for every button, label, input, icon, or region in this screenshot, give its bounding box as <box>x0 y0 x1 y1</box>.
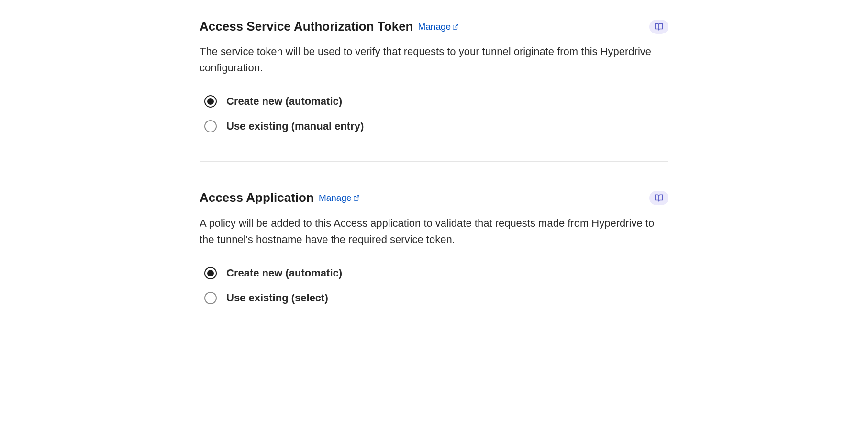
book-icon <box>655 194 663 202</box>
svg-line-0 <box>455 24 458 27</box>
radio-token-create[interactable]: Create new (automatic) <box>204 95 668 108</box>
section-description-token: The service token will be used to verify… <box>200 44 659 76</box>
book-icon <box>655 22 663 31</box>
section-title-application: Access Application <box>200 190 314 205</box>
docs-button-application[interactable] <box>649 191 668 205</box>
section-access-application: Access Application Manage A policy will <box>200 190 668 332</box>
radio-group-application: Create new (automatic) Use existing (sel… <box>200 267 668 304</box>
radio-label: Create new (automatic) <box>226 95 342 108</box>
section-header-token: Access Service Authorization Token Manag… <box>200 19 668 34</box>
section-description-application: A policy will be added to this Access ap… <box>200 215 659 248</box>
radio-dot-icon <box>207 270 214 276</box>
radio-indicator <box>204 95 217 108</box>
radio-application-create[interactable]: Create new (automatic) <box>204 267 668 279</box>
radio-application-existing[interactable]: Use existing (select) <box>204 292 668 304</box>
section-title-token: Access Service Authorization Token <box>200 19 413 34</box>
radio-token-existing[interactable]: Use existing (manual entry) <box>204 120 668 132</box>
radio-indicator <box>204 267 217 279</box>
header-left-application: Access Application Manage <box>200 190 360 205</box>
radio-indicator <box>204 292 217 304</box>
docs-button-token[interactable] <box>649 20 668 34</box>
external-link-icon <box>452 23 459 30</box>
section-divider <box>200 161 668 162</box>
settings-container: Access Service Authorization Token Manag… <box>190 19 678 333</box>
radio-dot-icon <box>207 98 214 105</box>
manage-link-token[interactable]: Manage <box>418 22 459 32</box>
header-left-token: Access Service Authorization Token Manag… <box>200 19 459 34</box>
radio-label: Create new (automatic) <box>226 267 342 279</box>
manage-link-application[interactable]: Manage <box>319 193 360 203</box>
manage-link-label: Manage <box>418 22 451 32</box>
radio-label: Use existing (manual entry) <box>226 120 364 132</box>
manage-link-label: Manage <box>319 193 352 203</box>
section-access-token: Access Service Authorization Token Manag… <box>200 19 668 161</box>
radio-group-token: Create new (automatic) Use existing (man… <box>200 95 668 132</box>
external-link-icon <box>353 195 360 201</box>
svg-line-1 <box>356 196 358 198</box>
section-header-application: Access Application Manage <box>200 190 668 205</box>
radio-label: Use existing (select) <box>226 292 328 304</box>
radio-indicator <box>204 120 217 132</box>
